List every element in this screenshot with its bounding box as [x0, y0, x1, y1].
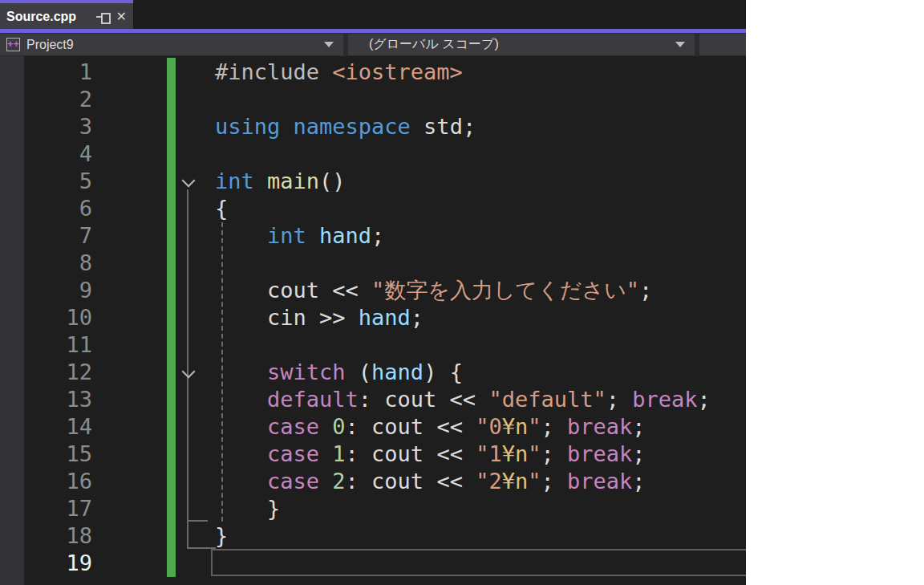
code-token: namespace [294, 114, 411, 139]
code-text: #include <iostream> [215, 59, 463, 86]
tab-source-cpp[interactable]: Source.cpp ✕ [0, 0, 133, 30]
code-line-4[interactable]: 4 [0, 140, 746, 168]
code-token: <iostream> [332, 59, 463, 84]
code-token: std; [411, 114, 476, 139]
code-token: } [215, 496, 280, 521]
code-token: ¥n [502, 441, 529, 466]
code-token: : cout << [346, 469, 476, 494]
code-line-11[interactable]: 11 [0, 331, 746, 359]
screen: Source.cpp ✕ ++ Project9 (グローバル スコープ) [0, 0, 924, 585]
code-text: cout << "数字を入力してください"; [215, 277, 652, 304]
code-text: switch (hand) { [215, 359, 463, 386]
line-number[interactable]: 9 [0, 277, 92, 304]
code-token: ; [639, 278, 652, 303]
code-token: " [528, 414, 541, 439]
code-token: cout << [215, 278, 371, 303]
line-number[interactable]: 4 [0, 140, 92, 168]
code-token: ; [541, 469, 567, 494]
line-number[interactable]: 14 [0, 413, 92, 441]
code-token: case [267, 441, 319, 466]
project-dropdown[interactable]: ++ Project9 [0, 34, 343, 55]
line-number[interactable]: 11 [0, 331, 92, 359]
chevron-down-icon [324, 42, 334, 47]
code-token: () [319, 169, 346, 193]
line-number[interactable]: 6 [0, 195, 92, 222]
code-token: ; [541, 414, 567, 439]
code-token: ; [371, 223, 384, 248]
code-lines: 1#include <iostream>23using namespace st… [0, 59, 746, 577]
code-token: ( [346, 360, 372, 384]
code-token: hand [359, 305, 411, 330]
line-number[interactable]: 12 [0, 359, 92, 386]
code-line-16[interactable]: 16 case 2: cout << "2¥n"; break; [0, 468, 746, 495]
collapse-chevron-icon[interactable] [181, 174, 197, 189]
code-line-7[interactable]: 7 int hand; [0, 222, 746, 250]
code-token: : cout << [346, 441, 476, 466]
code-token [215, 387, 267, 412]
line-number[interactable]: 10 [0, 304, 92, 331]
code-token: main [267, 169, 319, 193]
code-token: #include [215, 59, 332, 84]
code-line-14[interactable]: 14 case 0: cout << "0¥n"; break; [0, 413, 746, 441]
code-token: " [528, 469, 541, 494]
line-number[interactable]: 17 [0, 495, 92, 522]
code-line-2[interactable]: 2 [0, 86, 746, 113]
code-text: } [215, 522, 228, 550]
code-token [319, 441, 332, 466]
code-line-1[interactable]: 1#include <iostream> [0, 59, 746, 86]
line-number[interactable]: 3 [0, 113, 92, 140]
tab-bar: Source.cpp ✕ [0, 0, 746, 33]
line-number[interactable]: 7 [0, 222, 92, 250]
code-line-15[interactable]: 15 case 1: cout << "1¥n"; break; [0, 441, 746, 468]
code-line-5[interactable]: 5int main() [0, 168, 746, 195]
line-number[interactable]: 18 [0, 522, 92, 550]
close-icon[interactable]: ✕ [116, 10, 127, 23]
line-number[interactable]: 19 [0, 550, 92, 577]
line-number[interactable]: 1 [0, 59, 92, 86]
code-token [280, 114, 293, 139]
code-line-3[interactable]: 3using namespace std; [0, 113, 746, 140]
line-number[interactable]: 13 [0, 386, 92, 413]
collapse-chevron-icon[interactable] [181, 365, 197, 380]
code-text: case 0: cout << "0¥n"; break; [215, 413, 646, 441]
code-line-6[interactable]: 6{ [0, 195, 746, 222]
code-token: } [215, 523, 228, 548]
code-token: ) { [424, 360, 463, 384]
code-token [319, 469, 332, 494]
code-text: } [215, 495, 280, 522]
code-line-12[interactable]: 12 switch (hand) { [0, 359, 746, 386]
pin-icon[interactable] [96, 10, 109, 23]
navigation-bar: ++ Project9 (グローバル スコープ) [0, 33, 746, 56]
code-token: ; [411, 305, 424, 330]
code-token: "0 [476, 414, 502, 439]
code-line-19[interactable]: 19 [0, 550, 746, 577]
code-line-18[interactable]: 18} [0, 522, 746, 550]
line-number[interactable]: 5 [0, 168, 92, 195]
code-text: int hand; [215, 222, 384, 250]
line-number[interactable]: 16 [0, 468, 92, 495]
member-dropdown[interactable] [699, 34, 746, 55]
tab-title: Source.cpp [6, 10, 89, 24]
code-text: case 1: cout << "1¥n"; break; [215, 441, 646, 468]
code-token: hand [371, 360, 424, 384]
code-line-10[interactable]: 10 cin >> hand; [0, 304, 746, 331]
code-editor[interactable]: 1#include <iostream>23using namespace st… [0, 56, 746, 585]
code-line-13[interactable]: 13 default: cout << "default"; break; [0, 386, 746, 413]
line-number[interactable]: 2 [0, 86, 92, 113]
scope-dropdown[interactable]: (グローバル スコープ) [348, 34, 695, 55]
code-token [215, 360, 267, 384]
code-token: hand [319, 223, 371, 248]
code-token [215, 469, 267, 494]
code-line-17[interactable]: 17 } [0, 495, 746, 522]
code-token: " [528, 441, 541, 466]
code-token: break [567, 414, 632, 439]
code-line-9[interactable]: 9 cout << "数字を入力してください"; [0, 277, 746, 304]
line-number[interactable]: 15 [0, 441, 92, 468]
code-token [215, 223, 267, 248]
project-dropdown-label: Project9 [26, 38, 324, 52]
code-token [215, 441, 267, 466]
code-token: cin >> [215, 305, 359, 330]
line-number[interactable]: 8 [0, 250, 92, 277]
code-token [254, 169, 267, 193]
code-line-8[interactable]: 8 [0, 250, 746, 277]
